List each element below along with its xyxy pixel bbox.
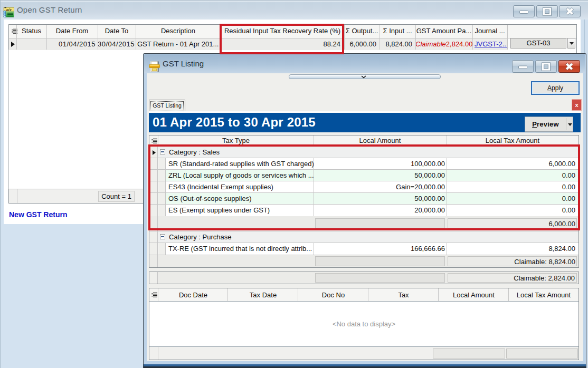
svg-text:a/c: a/c — [6, 7, 12, 12]
